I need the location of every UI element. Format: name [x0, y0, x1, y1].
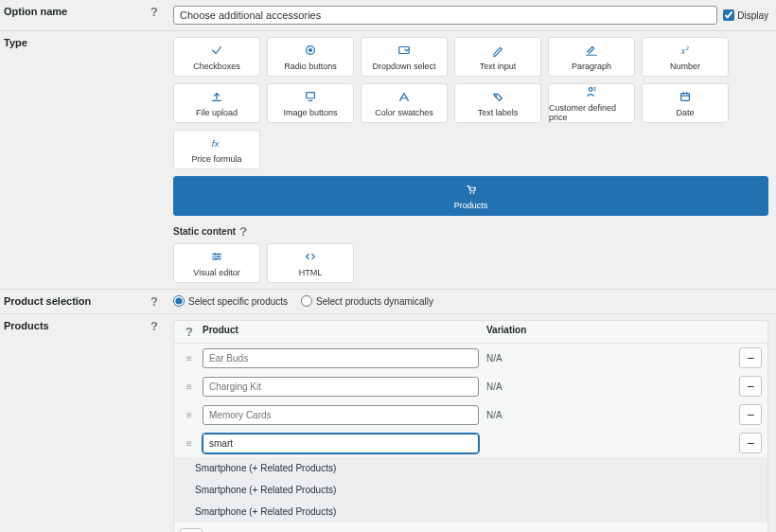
svg-point-19	[469, 192, 471, 194]
type-tile-visual-editor[interactable]: Visual editor	[173, 243, 260, 283]
tile-label: File upload	[196, 108, 238, 117]
type-tile-file-upload[interactable]: File upload	[173, 83, 260, 123]
product-row: ≡N/A−	[174, 344, 767, 372]
svg-point-20	[472, 192, 474, 194]
type-tile-checkboxes[interactable]: Checkboxes	[173, 37, 260, 77]
dropdown-icon	[397, 44, 411, 59]
tile-label: Customer defined price	[549, 103, 634, 122]
column-product: Product	[199, 325, 483, 339]
type-tile-paragraph[interactable]: Paragraph	[548, 37, 635, 77]
drag-handle-icon[interactable]: ≡	[180, 353, 199, 364]
variation-cell: N/A	[483, 381, 728, 392]
type-tile-date[interactable]: Date	[642, 83, 729, 123]
cart-icon	[465, 183, 478, 198]
remove-button[interactable]: −	[739, 376, 762, 397]
products-table: ? Product Variation ≡N/A−≡N/A−≡N/A−≡− Sm…	[173, 320, 768, 532]
tile-label: Radio buttons	[284, 62, 337, 71]
radio-label: Select specific products	[188, 296, 288, 307]
checkbox-icon	[210, 44, 223, 59]
radio-icon	[304, 44, 317, 59]
remove-button[interactable]: −	[739, 404, 762, 425]
product-input[interactable]	[203, 434, 479, 453]
type-tile-radio-buttons[interactable]: Radio buttons	[267, 37, 354, 77]
label-products: Products ?	[0, 314, 166, 532]
type-tile-image-buttons[interactable]: Image buttons	[267, 83, 354, 123]
type-tile-products[interactable]: Products	[173, 176, 768, 216]
svg-point-26	[215, 257, 217, 259]
suggestion-item[interactable]: Smartphone (+ Related Products)	[174, 501, 767, 523]
svg-point-12	[589, 87, 592, 91]
tile-label: Color swatches	[375, 108, 433, 117]
tag-icon	[491, 90, 504, 105]
type-tile-html[interactable]: HTML	[267, 243, 354, 283]
svg-rect-14	[681, 93, 690, 100]
drag-handle-icon[interactable]: ≡	[180, 381, 199, 392]
upload-icon	[210, 90, 223, 105]
option-name-input[interactable]	[173, 6, 717, 25]
tile-label: Text labels	[478, 108, 519, 117]
label-option-name: Option name ?	[0, 0, 166, 30]
help-icon[interactable]: ?	[239, 225, 247, 238]
help-icon[interactable]: ?	[180, 325, 199, 339]
tile-label: Number	[670, 62, 700, 71]
svg-text:$: $	[593, 86, 596, 92]
product-row: ≡N/A−	[174, 372, 767, 400]
static-content-header: Static content ?	[173, 225, 768, 238]
tile-label: Date	[676, 108, 694, 117]
tile-label: Dropdown select	[372, 62, 435, 71]
svg-point-1	[309, 48, 312, 52]
type-tile-dropdown-select[interactable]: Dropdown select	[361, 37, 448, 77]
calendar-icon	[679, 90, 692, 105]
tile-label: Image buttons	[283, 108, 337, 117]
label-product-selection: Product selection ?	[0, 290, 166, 313]
person-dollar-icon: $	[585, 85, 598, 100]
svg-point-24	[214, 253, 216, 255]
suggestion-item[interactable]: Smartphone (+ Related Products)	[174, 457, 767, 479]
label-type: Type	[0, 31, 166, 289]
tile-label: Products	[454, 201, 488, 210]
svg-rect-8	[307, 92, 315, 98]
code-icon	[304, 250, 317, 265]
svg-text:fx: fx	[212, 137, 220, 148]
type-tile-text-input[interactable]: Text input	[454, 37, 541, 77]
type-tile-text-labels[interactable]: Text labels	[454, 83, 541, 123]
remove-button[interactable]: −	[739, 433, 762, 453]
svg-point-11	[495, 95, 497, 97]
product-input[interactable]	[203, 377, 479, 397]
display-checkbox[interactable]: Display	[723, 9, 768, 21]
palette-icon	[397, 90, 411, 105]
type-tile-number[interactable]: x2Number	[642, 37, 729, 77]
help-icon[interactable]: ?	[150, 295, 158, 308]
type-tile-price-formula[interactable]: fxPrice formula	[173, 130, 260, 169]
column-variation: Variation	[483, 325, 728, 339]
pencil-ul-icon	[585, 44, 598, 59]
product-row: ≡−	[174, 429, 767, 457]
product-input[interactable]	[203, 405, 479, 425]
type-tile-customer-defined-price[interactable]: $Customer defined price	[548, 83, 635, 123]
number-icon: x2	[679, 44, 692, 59]
drag-handle-icon[interactable]: ≡	[180, 438, 199, 449]
svg-text:x: x	[680, 45, 686, 55]
radio-select-products-dynamically[interactable]: Select products dynamically	[301, 295, 433, 307]
product-input[interactable]	[203, 348, 479, 368]
help-icon[interactable]: ?	[150, 6, 158, 18]
suggestion-item[interactable]: Smartphone (+ Related Products)	[174, 479, 767, 501]
fx-icon: fx	[210, 136, 223, 151]
tile-label: Text input	[480, 62, 517, 71]
tile-label: Paragraph	[572, 62, 611, 71]
sliders-icon	[210, 250, 223, 265]
drag-handle-icon[interactable]: ≡	[180, 410, 199, 420]
tile-label: HTML	[299, 268, 323, 277]
radio-label: Select products dynamically	[316, 296, 433, 307]
product-row: ≡N/A−	[174, 400, 767, 429]
add-button[interactable]: +	[180, 528, 203, 532]
radio-select-specific-products[interactable]: Select specific products	[173, 295, 288, 307]
tile-label: Checkboxes	[193, 62, 240, 71]
remove-button[interactable]: −	[739, 347, 762, 368]
help-icon[interactable]: ?	[150, 320, 158, 332]
variation-cell: N/A	[483, 410, 728, 420]
svg-point-25	[218, 255, 220, 257]
variation-cell: N/A	[483, 353, 728, 364]
type-tile-color-swatches[interactable]: Color swatches	[361, 83, 448, 123]
tile-label: Visual editor	[193, 268, 239, 277]
